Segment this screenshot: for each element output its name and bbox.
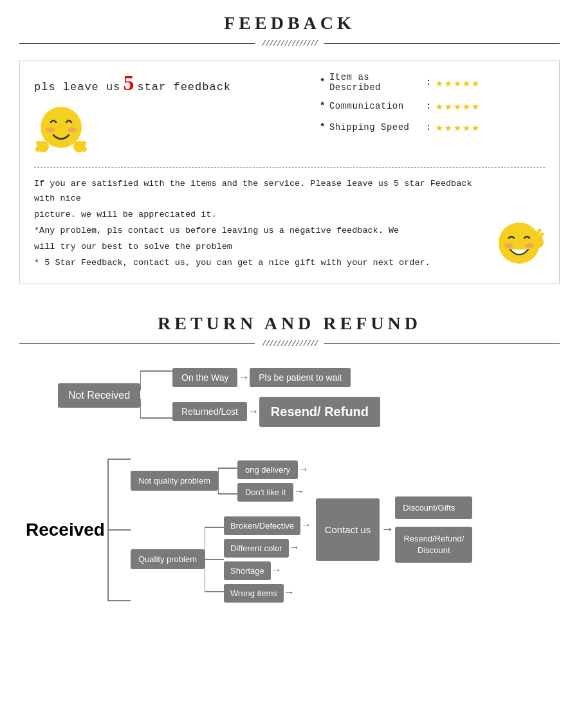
svg-point-2 [68,127,77,132]
rating-stars-2: ★★★★★ [436,98,481,114]
not-quality-items: ong delivery → Don't like it → [237,460,307,502]
svg-point-11 [525,243,534,248]
diff-color-box: Different color [224,539,289,558]
svg-point-8 [82,147,87,152]
feedback-line-1: If you are satisfied with the items and … [34,177,481,206]
arrow-long-delivery: → [300,464,307,475]
branch-returned-lost: Returned/Lost → Resend/ Refund [140,397,380,427]
branch-line-bottom [140,399,172,424]
on-the-way-box: On the Way [172,368,237,387]
asterisk-2: * [320,101,326,111]
not-received-flow: Not Received On the Way → Pls be patient… [19,365,560,427]
asterisk-1: * [320,77,326,87]
returned-lost-box: Returned/Lost [172,402,247,421]
rating-colon-3: : [426,122,432,132]
feedback-line-4: will try our best to solve the problem [34,240,481,255]
rating-row-item-described: * Item as Described : ★★★★★ [320,72,545,93]
broken-box: Broken/Defective [224,516,300,535]
feedback-headline: pls leave us5star feedback [34,72,231,94]
rating-label-3: Shipping Speed [329,122,426,132]
dont-like-box: Don't like it [237,483,293,502]
pls-patient-box: Pls be patient to wait [250,368,351,387]
svg-point-0 [41,107,82,148]
arrow-returned-lost: → [250,405,257,418]
diff-color-row: Different color → [224,539,309,558]
shortage-box: Shortage [224,561,271,580]
feedback-section: FEEDBACK /////////////// pls leave us5st… [0,0,579,307]
feedback-line-2: picture. we will be appreciated it. [34,208,481,223]
svg-point-5 [35,147,41,152]
feedback-text-block: If you are satisfied with the items and … [34,177,481,272]
received-flow: Received Not quality problem ong deliver… [19,446,560,614]
rating-stars-3: ★★★★★ [436,119,481,135]
branch-on-the-way: On the Way → Pls be patient to wait [140,365,380,390]
branch-line-top [140,365,172,390]
asterisk-3: * [320,122,326,132]
feedback-line-5: * 5 Star Feedback, contact us, you can g… [34,256,481,271]
rating-row-communication: * Communication : ★★★★★ [320,98,545,114]
not-quality-row: Not quality problem ong delivery → Don't… [131,455,309,507]
svg-point-7 [81,141,86,146]
arrow-dont-like: → [296,486,302,498]
feedback-body: If you are satisfied with the items and … [34,177,481,271]
not-received-branches: On the Way → Pls be patient to wait Retu… [140,365,380,427]
headline-number: 5 [123,71,134,95]
feedback-bottom-row: If you are satisfied with the items and … [34,177,545,272]
received-main-bracket [105,446,131,614]
quality-row: Quality problem Broken/Defective → Diffe… [131,514,309,605]
rating-stars-1: ★★★★★ [436,75,481,91]
svg-point-14 [533,235,544,248]
feedback-line-3: *Any problem, pls contact us before leav… [34,224,481,239]
divider-zigzag: /////////////// [255,39,324,48]
arrow-broken: → [303,520,309,531]
shortage-row: Shortage → [224,561,309,580]
arrow-shortage: → [273,565,280,576]
dont-like-row: Don't like it → [237,483,307,502]
quality-bracket [205,514,224,605]
not-quality-box: Not quality problem [131,471,218,491]
feedback-left: pls leave us5star feedback [34,72,313,161]
long-delivery-row: ong delivery → [237,460,307,479]
svg-point-1 [46,127,55,132]
not-quality-bracket [218,455,237,507]
resend-refund-discount-box: Resend/Refund/Discount [395,527,472,563]
broken-row: Broken/Defective → [224,516,309,535]
long-delivery-box: ong delivery [237,460,298,479]
return-refund-section: RETURN AND REFUND /////////////// Not Re… [0,307,579,639]
quality-box: Quality problem [131,549,205,569]
received-label: Received [26,520,105,540]
headline-prefix: pls leave us [34,81,120,93]
arrow-contact-us: → [383,522,391,537]
return-divider-line-left [19,343,255,344]
feedback-hr [34,167,545,168]
rating-row-shipping: * Shipping Speed : ★★★★★ [320,119,545,135]
wrong-items-row: Wrong items → [224,584,309,603]
arrow-diff-color: → [291,542,298,554]
resend-refund-box: Resend/ Refund [259,397,380,427]
return-refund-title: RETURN AND REFUND [19,313,560,334]
outcomes-column: Discount/Gifts Resend/Refund/Discount [395,496,472,563]
feedback-top: pls leave us5star feedback [34,72,545,161]
smiley-face-right [493,217,545,272]
wrong-items-box: Wrong items [224,584,284,603]
feedback-divider-row: /////////////// [19,39,560,48]
feedback-box: pls leave us5star feedback [19,60,560,284]
return-divider-row: /////////////// [19,339,560,349]
smiley-face-left [34,103,89,161]
rating-label-1: Item as Described [329,72,426,93]
feedback-title: FEEDBACK [19,13,560,33]
svg-point-4 [36,141,41,146]
rating-colon-2: : [426,101,432,111]
return-divider-zigzag: /////////////// [255,339,324,349]
return-divider-line-right [324,343,560,344]
smiley-svg-right [493,217,545,269]
arrow-on-the-way: → [240,371,247,384]
not-received-box: Not Received [58,383,140,408]
smiley-svg-left [34,103,89,161]
divider-line-left [19,43,255,44]
divider-line-right [324,43,560,44]
rating-label-2: Communication [329,101,426,111]
arrow-wrong-items: → [286,587,293,599]
svg-point-10 [504,243,513,248]
not-received-row: Not Received On the Way → Pls be patient… [58,365,560,427]
